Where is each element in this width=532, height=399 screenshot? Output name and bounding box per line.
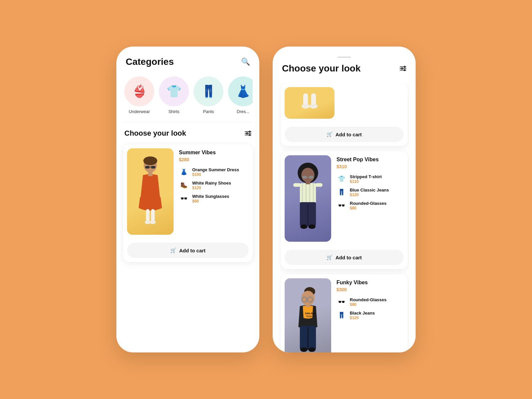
svg-rect-37 bbox=[306, 302, 310, 307]
dress-item-price: $100 bbox=[192, 172, 239, 177]
dress-icon: 👗 bbox=[179, 167, 189, 177]
tshirt-icon: 👕 bbox=[336, 174, 346, 184]
svg-point-41 bbox=[300, 347, 308, 352]
svg-rect-25 bbox=[306, 179, 310, 184]
add-to-cart-button-street[interactable]: 🛒 Add to cart bbox=[285, 250, 404, 265]
cutoff-card-inner bbox=[281, 83, 408, 123]
sunglasses-item-name: White Sunglasses bbox=[192, 194, 229, 199]
underwear-icon: 👙 bbox=[132, 84, 147, 98]
filter-button[interactable] bbox=[245, 131, 251, 135]
filter-line-r3 bbox=[400, 70, 406, 70]
jeans-item-name: Blue Classic Jeans bbox=[350, 188, 389, 193]
look-item-dress: 👗 Orange Summer Dress $100 bbox=[179, 167, 249, 177]
dress-item-name: Orange Summer Dress bbox=[192, 167, 239, 172]
look-item-black-jeans: 👖 Black Jeans $120 bbox=[336, 310, 404, 320]
pants-icon: 👖 bbox=[201, 84, 216, 98]
right-phone: Choose your look bbox=[273, 47, 416, 352]
svg-rect-8 bbox=[151, 166, 155, 169]
look-section-header: Choose your look bbox=[123, 129, 253, 138]
add-to-cart-label-cutoff: Add to cart bbox=[335, 132, 362, 137]
black-jeans-item-name: Black Jeans bbox=[350, 311, 375, 316]
svg-text:SAILING: SAILING bbox=[305, 312, 315, 315]
search-button[interactable]: 🔍 bbox=[241, 58, 250, 66]
section-divider bbox=[123, 122, 253, 122]
look-price-funky: $300 bbox=[336, 287, 404, 292]
page-title-categories: Categories bbox=[126, 57, 174, 67]
category-item-dresses[interactable]: 👗 Dres... bbox=[228, 76, 253, 114]
svg-text:TEAM: TEAM bbox=[306, 315, 312, 318]
svg-rect-11 bbox=[311, 93, 316, 105]
categories-row: 👙 Underwear 👕 Shirts 👖 Pants 👗 bbox=[123, 76, 253, 114]
cutoff-image bbox=[285, 87, 334, 119]
filter-line-1 bbox=[245, 131, 251, 132]
category-item-pants[interactable]: 👖 Pants bbox=[194, 76, 223, 114]
glasses-item-price: $80 bbox=[350, 206, 387, 210]
filter-line-3 bbox=[245, 135, 251, 135]
shoes-icon: 🥾 bbox=[179, 180, 189, 190]
tshirt-item-price: $110 bbox=[350, 179, 382, 184]
svg-rect-24 bbox=[315, 183, 323, 187]
category-circle-dresses: 👗 bbox=[228, 76, 253, 106]
look-item-info-dress: Orange Summer Dress $100 bbox=[192, 167, 239, 177]
look-name-funky: Funky Vibes bbox=[336, 280, 404, 286]
svg-rect-4 bbox=[151, 209, 155, 222]
cutoff-details bbox=[338, 83, 408, 123]
look-price-summer: $280 bbox=[179, 157, 249, 162]
filter-line-r1 bbox=[400, 66, 406, 67]
look-name-summer: Summer Vibes bbox=[179, 150, 249, 156]
svg-point-29 bbox=[300, 224, 308, 229]
dresses-icon: 👗 bbox=[236, 84, 251, 98]
svg-point-42 bbox=[308, 347, 316, 352]
add-to-cart-label-summer: Add to cart bbox=[179, 248, 205, 253]
look-item-info-jeans: Blue Classic Jeans $120 bbox=[350, 188, 389, 197]
jeans-icon: 👖 bbox=[336, 187, 346, 197]
look-card-inner-funky: SAILING TEAM bbox=[281, 274, 408, 352]
svg-rect-3 bbox=[146, 209, 150, 222]
svg-rect-23 bbox=[293, 183, 301, 187]
svg-rect-27 bbox=[309, 176, 313, 179]
look-details-street: Street Pop Vibes $310 👕 Stripped T-shirt… bbox=[335, 151, 408, 246]
funky-person-svg: SAILING TEAM bbox=[290, 285, 326, 352]
category-label-dresses: Dres... bbox=[237, 109, 249, 114]
category-label-shirts: Shirts bbox=[168, 109, 179, 114]
shoes-item-name: White Rainy Shoes bbox=[192, 181, 231, 186]
tshirt-item-name: Stripped T-shirt bbox=[350, 174, 382, 179]
left-phone-header: Categories 🔍 bbox=[123, 57, 253, 67]
look-item-info-tshirt: Stripped T-shirt $110 bbox=[350, 174, 382, 184]
svg-rect-7 bbox=[145, 166, 150, 169]
filter-line-r2 bbox=[400, 68, 406, 69]
svg-point-30 bbox=[308, 224, 316, 229]
look-item-info-sunglasses: White Sunglasses $60 bbox=[192, 194, 229, 203]
category-item-underwear[interactable]: 👙 Underwear bbox=[124, 76, 154, 114]
phone-notch bbox=[337, 57, 351, 58]
look-image-funky: SAILING TEAM bbox=[285, 278, 331, 352]
category-label-pants: Pants bbox=[203, 109, 214, 114]
sunglasses-icon: 🕶️ bbox=[179, 194, 189, 203]
black-jeans-icon: 👖 bbox=[336, 310, 346, 320]
svg-point-5 bbox=[145, 220, 151, 224]
look-item-info-black-jeans: Black Jeans $120 bbox=[350, 311, 375, 320]
filter-button-right[interactable] bbox=[400, 66, 406, 70]
add-to-cart-button-summer[interactable]: 🛒 Add to cart bbox=[127, 243, 249, 258]
right-phone-scroll[interactable]: 🛒 Add to cart bbox=[279, 83, 409, 352]
look-item-info-shoes: White Rainy Shoes $120 bbox=[192, 181, 231, 190]
rounded-glasses-item-name: Rounded-Glasses bbox=[350, 297, 387, 302]
look-item-rounded-glasses: 🕶️ Rounded-Glasses $80 bbox=[336, 297, 404, 307]
look-section-title: Choose your look bbox=[124, 129, 186, 138]
look-card-inner-summer: Summer Vibes $280 👗 Orange Summer Dress … bbox=[123, 144, 253, 239]
look-card-street-pop: Street Pop Vibes $310 👕 Stripped T-shirt… bbox=[281, 151, 408, 269]
cart-icon-street: 🛒 bbox=[327, 254, 333, 260]
look-item-info-rounded-glasses: Rounded-Glasses $80 bbox=[350, 297, 387, 307]
add-to-cart-button-cutoff[interactable]: 🛒 Add to cart bbox=[285, 127, 404, 142]
look-details-funky: Funky Vibes $300 🕶️ Rounded-Glasses $80 … bbox=[335, 274, 408, 352]
shirts-icon: 👕 bbox=[167, 84, 182, 98]
svg-point-12 bbox=[302, 104, 310, 108]
jeans-item-price: $120 bbox=[350, 193, 389, 197]
cart-icon-cutoff: 🛒 bbox=[327, 131, 333, 137]
left-phone: Categories 🔍 👙 Underwear 👕 Shirts 👖 bbox=[116, 47, 259, 352]
category-circle-underwear: 👙 bbox=[124, 76, 154, 106]
cutoff-person-svg bbox=[290, 92, 330, 119]
category-item-shirts[interactable]: 👕 Shirts bbox=[159, 76, 189, 114]
shoes-item-price: $120 bbox=[192, 186, 231, 190]
page-title-choose-look: Choose your look bbox=[282, 63, 360, 74]
